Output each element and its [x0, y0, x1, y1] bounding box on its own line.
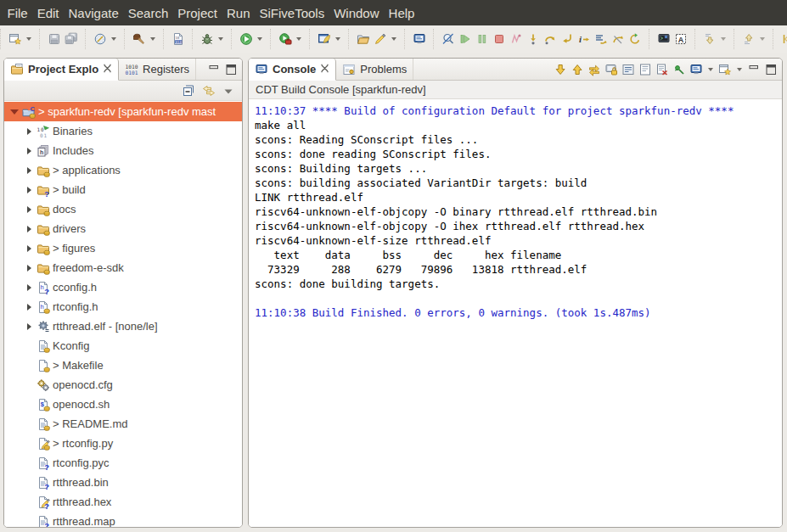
- tree-item[interactable]: C> sparkfun-redv [sparkfun-redv mast: [4, 102, 242, 121]
- fetch-up-icon[interactable]: [740, 31, 757, 48]
- dropdown-caret-icon[interactable]: [218, 37, 223, 41]
- minimize-icon[interactable]: [746, 62, 762, 77]
- step-over-icon[interactable]: [542, 31, 559, 48]
- dropdown-caret-icon[interactable]: [391, 37, 396, 41]
- tab-registers[interactable]: 10100101Registers: [119, 59, 196, 80]
- run-icon[interactable]: [238, 31, 255, 48]
- dropdown-caret-icon[interactable]: [335, 37, 340, 41]
- maximize-icon[interactable]: [223, 62, 239, 77]
- display-console-icon[interactable]: [689, 62, 704, 77]
- save-icon[interactable]: [46, 31, 63, 48]
- menu-help[interactable]: Help: [384, 6, 419, 20]
- tree-item[interactable]: openocd.cfg: [4, 375, 242, 395]
- stop-icon[interactable]: [491, 31, 508, 48]
- binary-file-icon[interactable]: 10010: [170, 31, 187, 48]
- console-lock-icon[interactable]: [604, 62, 619, 77]
- open-folder-icon[interactable]: [355, 31, 372, 48]
- dropdown-caret-icon[interactable]: [296, 37, 301, 41]
- tree-item[interactable]: ?rtconfig.pyc: [4, 453, 242, 473]
- resume-icon[interactable]: [457, 31, 474, 48]
- menu-window[interactable]: Window: [329, 6, 384, 20]
- step-return-icon[interactable]: [559, 31, 576, 48]
- next-error-icon[interactable]: [553, 62, 568, 77]
- view-menu-icon[interactable]: [220, 82, 237, 99]
- collapse-all-icon[interactable]: [181, 82, 198, 99]
- menu-file[interactable]: File: [3, 6, 32, 20]
- console-output[interactable]: 11:10:37 **** Build of configuration Def…: [249, 99, 782, 527]
- tab-project-explo[interactable]: Project Explo: [4, 59, 119, 81]
- tree-item[interactable]: hrtconfig.h: [4, 297, 242, 316]
- tree-item[interactable]: rtthread.elf - [none/le]: [4, 316, 242, 336]
- tab-console[interactable]: Console: [249, 59, 336, 81]
- menu-edit[interactable]: Edit: [32, 6, 64, 20]
- dropdown-caret-icon[interactable]: [257, 37, 262, 41]
- disconnect-icon[interactable]: [508, 31, 525, 48]
- tree-item[interactable]: > Makefile: [4, 356, 242, 375]
- dropdown-caret-icon[interactable]: [150, 37, 155, 41]
- expander-icon[interactable]: [22, 148, 36, 154]
- expander-icon[interactable]: [22, 284, 36, 291]
- pin-console-icon[interactable]: [672, 62, 687, 77]
- menu-sifivetools[interactable]: SiFiveTools: [255, 6, 329, 20]
- char-encoding-icon[interactable]: A: [672, 31, 689, 48]
- close-icon[interactable]: [320, 63, 329, 76]
- tab-problems[interactable]: Problems: [336, 59, 413, 80]
- debug-bug-icon[interactable]: [199, 31, 216, 48]
- tree-item[interactable]: drivers: [4, 219, 242, 238]
- maximize-icon[interactable]: [763, 62, 779, 77]
- external-tools-icon[interactable]: [277, 31, 294, 48]
- tree-item[interactable]: ?rtthread.hex: [4, 492, 242, 512]
- menu-search[interactable]: Search: [123, 6, 173, 20]
- tree-item[interactable]: ?rtthread.bin: [4, 473, 242, 492]
- tree-item[interactable]: $openocd.sh: [4, 395, 242, 414]
- tree-item[interactable]: h?cconfig.h: [4, 277, 242, 297]
- restart-icon[interactable]: [627, 31, 644, 48]
- expander-icon[interactable]: [22, 187, 36, 193]
- console-icon[interactable]: [411, 31, 428, 48]
- dropdown-caret-icon[interactable]: [708, 68, 713, 71]
- dropdown-caret-icon[interactable]: [111, 37, 116, 41]
- tree-item[interactable]: ?rtthread.map: [4, 512, 242, 527]
- instruction-step-icon[interactable]: i: [576, 31, 593, 48]
- fetch-down-icon[interactable]: [701, 31, 718, 48]
- launch-profile-icon[interactable]: [92, 31, 109, 48]
- tree-item[interactable]: > rtconfig.py: [4, 434, 242, 453]
- expander-icon[interactable]: [22, 226, 36, 232]
- pin-terminal-icon[interactable]: [655, 31, 672, 48]
- menu-run[interactable]: Run: [222, 6, 255, 20]
- menu-navigate[interactable]: Navigate: [64, 6, 123, 20]
- expander-icon[interactable]: [22, 265, 36, 272]
- save-all-icon[interactable]: [63, 31, 80, 48]
- expander-icon[interactable]: [8, 109, 21, 115]
- new-wizard-icon[interactable]: [7, 31, 24, 48]
- jump-icon[interactable]: [610, 31, 627, 48]
- tree-item[interactable]: > applications: [4, 160, 242, 180]
- paintbrush-icon[interactable]: [372, 31, 389, 48]
- menu-project[interactable]: Project: [173, 6, 222, 20]
- show-full-paths-icon[interactable]: [593, 31, 610, 48]
- tree-item[interactable]: Kconfig: [4, 336, 242, 356]
- clear-console-icon[interactable]: [638, 62, 653, 77]
- close-icon[interactable]: [103, 63, 112, 76]
- remove-console-icon[interactable]: [655, 62, 670, 77]
- open-console-icon[interactable]: [717, 62, 733, 77]
- prev-error-icon[interactable]: [570, 62, 585, 77]
- tree-item[interactable]: docs: [4, 199, 242, 219]
- expander-icon[interactable]: [22, 206, 36, 213]
- expander-icon[interactable]: [22, 304, 36, 311]
- expander-icon[interactable]: [22, 323, 36, 330]
- word-wrap-icon[interactable]: [621, 62, 636, 77]
- dropdown-caret-icon[interactable]: [760, 37, 765, 41]
- show-in-editor-icon[interactable]: [587, 62, 602, 77]
- build-hammer-icon[interactable]: [131, 31, 148, 48]
- tree-item[interactable]: ?> build: [4, 180, 242, 199]
- pause-icon[interactable]: [474, 31, 491, 48]
- tree-item[interactable]: freedom-e-sdk: [4, 258, 242, 277]
- dropdown-caret-icon[interactable]: [721, 37, 726, 41]
- last-edit-icon[interactable]: [779, 31, 787, 48]
- editor-window-icon[interactable]: [316, 31, 333, 48]
- step-into-icon[interactable]: [525, 31, 542, 48]
- link-editor-icon[interactable]: [200, 82, 217, 99]
- tree-item[interactable]: hIncludes: [4, 141, 242, 160]
- tree-item[interactable]: > README.md: [4, 414, 242, 434]
